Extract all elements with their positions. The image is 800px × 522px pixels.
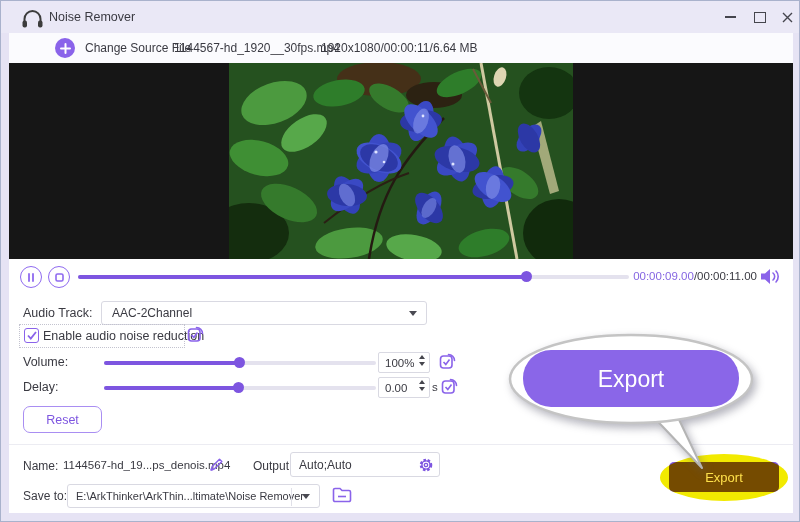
output-filename: 1144567-hd_19...ps_denois.mp4 (63, 459, 230, 471)
chevron-down-icon (409, 311, 417, 316)
delay-label: Delay: (23, 380, 58, 394)
minimize-button[interactable] (718, 7, 742, 27)
delay-thumb[interactable] (233, 382, 244, 393)
progress-slider[interactable] (78, 275, 629, 279)
volume-speaker-icon[interactable] (760, 268, 781, 285)
volume-label: Volume: (23, 355, 68, 369)
output-format-box[interactable]: Auto;Auto (290, 452, 440, 477)
check-icon (27, 331, 37, 340)
maximize-icon (754, 12, 766, 23)
noise-reduction-checkbox[interactable] (24, 328, 39, 343)
spin-down-icon[interactable] (419, 362, 425, 366)
current-time: 00:00:09.00 (633, 270, 694, 282)
source-file-info: 1920x1080/00:00:11/6.64 MB (321, 41, 478, 55)
apply-to-all-icon[interactable] (187, 326, 204, 343)
audio-track-select[interactable]: AAC-2Channel (101, 301, 427, 325)
chevron-down-icon (302, 494, 310, 499)
delay-value: 0.00 (385, 382, 407, 394)
close-icon (782, 12, 793, 23)
pause-icon (27, 273, 35, 282)
total-time: 00:00:11.00 (697, 270, 757, 282)
output-label: Output: (253, 459, 292, 473)
maximize-button[interactable] (748, 7, 772, 27)
plus-icon (60, 43, 71, 54)
window-title: Noise Remover (49, 10, 135, 24)
noise-remover-window: { "window": { "title": "Noise Remover" }… (0, 0, 800, 522)
audio-track-label: Audio Track: (23, 306, 92, 320)
volume-input[interactable]: 100% (378, 352, 430, 373)
video-preview-frame (229, 63, 573, 259)
delay-apply-to-all-icon[interactable] (441, 378, 458, 395)
noise-reduction-label: Enable audio noise reduction (43, 329, 204, 343)
delay-fill (104, 386, 238, 390)
pause-button[interactable] (20, 266, 42, 288)
time-display: 00:00:09.00/00:00:11.00 (601, 270, 757, 282)
volume-value: 100% (385, 357, 414, 369)
source-filename: 1144567-hd_1920__30fps.mp4 (174, 41, 340, 55)
delay-unit: s (432, 381, 438, 393)
save-to-label: Save to: (23, 489, 67, 503)
spin-up-icon[interactable] (419, 355, 425, 359)
name-label: Name: (23, 459, 58, 473)
audio-track-value: AAC-2Channel (112, 306, 192, 320)
select-divider (291, 488, 292, 506)
export-callout-balloon: Export (506, 317, 796, 477)
delay-slider[interactable] (104, 386, 376, 390)
progress-fill (78, 275, 526, 279)
output-format-value: Auto;Auto (299, 458, 352, 472)
headphones-icon (21, 8, 44, 28)
minimize-icon (725, 16, 736, 18)
delay-input[interactable]: 0.00 (378, 377, 430, 398)
volume-slider[interactable] (104, 361, 376, 365)
volume-fill (104, 361, 239, 365)
open-folder-icon[interactable] (332, 486, 352, 503)
spin-up-icon[interactable] (419, 380, 425, 384)
volume-thumb[interactable] (234, 357, 245, 368)
stop-icon (55, 273, 64, 282)
title-bar: Noise Remover (1, 1, 800, 33)
stop-button[interactable] (48, 266, 70, 288)
progress-thumb[interactable] (521, 271, 532, 282)
save-to-select[interactable]: E:\ArkThinker\ArkThin...ltimate\Noise Re… (67, 484, 320, 508)
reset-button[interactable]: Reset (23, 406, 102, 433)
edit-pencil-icon[interactable] (209, 457, 224, 472)
reset-label: Reset (46, 413, 79, 427)
change-source-button[interactable] (55, 38, 75, 58)
gear-icon[interactable] (418, 457, 434, 473)
save-to-path: E:\ArkThinker\ArkThin...ltimate\Noise Re… (76, 490, 304, 502)
spin-down-icon[interactable] (419, 387, 425, 391)
balloon-label: Export (598, 366, 665, 392)
close-button[interactable] (775, 7, 799, 27)
volume-apply-to-all-icon[interactable] (439, 353, 456, 370)
